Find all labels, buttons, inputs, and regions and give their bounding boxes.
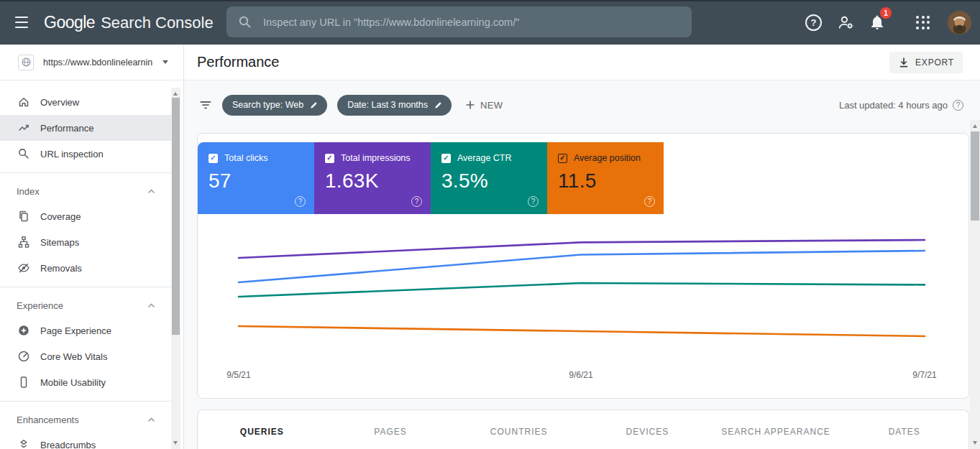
phone-icon [17,376,30,389]
home-icon [17,96,30,108]
section-label: Experience [17,300,63,311]
scrollbar-thumb[interactable] [172,98,180,335]
breadcrumbs-icon [17,438,30,449]
section-enhancements[interactable]: Enhancements [0,407,171,432]
sidebar-item-coverage[interactable]: Coverage [0,203,171,229]
sidebar-item-url-inspection[interactable]: URL inspection [0,141,171,167]
app-logo: Google Search Console [44,13,214,32]
x-axis-label: 9/7/21 [912,370,936,380]
section-index[interactable]: Index [0,179,171,203]
url-inspection-search-input[interactable]: Inspect any URL in "https://www.bdonline… [226,6,692,37]
scroll-up-arrow-icon[interactable] [173,92,178,96]
new-label: NEW [480,100,503,111]
section-label: Enhancements [17,415,79,425]
last-updated: Last updated: 4 hours ago ? [839,100,963,111]
chevron-down-icon [162,60,168,64]
sidebar-scrollbar[interactable] [171,88,180,449]
sidebar-item-label: Overview [40,97,79,108]
speedometer-icon [17,350,30,363]
page-header: Performance EXPORT [184,45,980,80]
performance-chart-card: ✓Total clicks 57 ? ✓Total impressions 1.… [197,133,969,399]
divider [0,172,171,173]
tab-devices[interactable]: DEVICES [583,427,712,437]
x-axis-label: 9/5/21 [226,370,250,380]
eye-off-icon [17,261,30,274]
tab-search-appearance[interactable]: SEARCH APPEARANCE [712,427,841,437]
page-title: Performance [197,54,280,70]
main-scrollbar[interactable] [970,120,980,449]
divider [0,401,171,402]
chevron-up-icon [147,189,155,194]
filter-bar: Search type: Web Date: Last 3 months NEW… [199,94,963,116]
magnifier-icon [17,147,30,160]
manage-accounts-button[interactable] [837,14,855,32]
help-icon[interactable]: ? [953,100,963,111]
user-settings-icon [837,14,855,32]
sitemap-icon [17,236,30,249]
scroll-up-arrow-icon[interactable] [973,124,977,128]
account-avatar[interactable] [948,11,971,34]
google-apps-button[interactable] [916,16,930,29]
avatar-photo [948,11,971,34]
sidebar-item-label: Coverage [40,211,81,222]
section-label: Index [17,186,40,197]
sidebar-item-label: Mobile Usability [40,377,106,388]
export-label: EXPORT [915,57,954,68]
sidebar-item-label: URL inspection [40,149,104,159]
sidebar-item-removals[interactable]: Removals [0,255,171,281]
download-icon [898,57,910,68]
filter-chip-date[interactable]: Date: Last 3 months [337,95,452,116]
sidebar-item-breadcrumbs[interactable]: Breadcrumbs [0,432,171,449]
plus-icon [465,100,475,110]
help-icon: ? [805,14,822,31]
sidebar-item-performance[interactable]: Performance [0,115,171,141]
line-chart[interactable] [198,134,968,378]
property-url: https://www.bdonlinelearning... [43,57,152,68]
logo-product: Search Console [101,14,214,32]
search-icon [238,15,252,29]
x-axis-label: 9/6/21 [569,370,592,380]
chip-label: Date: Last 3 months [347,100,428,110]
filter-icon[interactable] [199,98,212,111]
section-experience[interactable]: Experience [0,293,171,318]
main-content: Performance EXPORT Search type: Web Date… [184,45,980,449]
new-filter-button[interactable]: NEW [465,100,503,111]
dimensions-table-card: QUERIES PAGES COUNTRIES DEVICES SEARCH A… [197,409,969,449]
divider [0,287,171,287]
star-circle-icon [17,324,30,337]
filter-chip-search-type[interactable]: Search type: Web [222,95,327,116]
tab-countries[interactable]: COUNTRIES [454,427,583,437]
chevron-up-icon [147,417,155,422]
search-placeholder: Inspect any URL in "https://www.bdonline… [263,17,519,28]
sidebar-item-label: Page Experience [40,325,111,336]
export-button[interactable]: EXPORT [889,52,963,73]
apps-grid-icon [916,16,930,29]
sidebar-item-core-web-vitals[interactable]: Core Web Vitals [0,343,171,369]
chip-label: Search type: Web [232,100,303,110]
sidebar-item-label: Removals [40,263,82,274]
top-app-bar: Google Search Console Inspect any URL in… [0,0,980,45]
topbar-actions: ? 1 [805,0,971,45]
scroll-down-arrow-icon[interactable] [173,441,178,445]
tab-dates[interactable]: DATES [840,427,968,437]
notifications-button[interactable]: 1 [869,14,886,31]
sidebar-item-label: Sitemaps [40,237,79,248]
tab-queries[interactable]: QUERIES [198,427,326,437]
property-selector[interactable]: https://www.bdonlinelearning... [0,45,183,80]
sidebar-item-sitemaps[interactable]: Sitemaps [0,229,171,255]
tab-pages[interactable]: PAGES [326,427,455,437]
help-button[interactable]: ? [805,14,822,31]
scroll-down-arrow-icon[interactable] [973,441,977,445]
sidebar-item-label: Core Web Vitals [40,351,107,362]
pages-icon [17,210,30,223]
scrollbar-thumb[interactable] [971,131,979,221]
menu-button[interactable] [15,17,29,28]
sidebar-item-overview[interactable]: Overview [0,89,171,115]
sidebar-item-label: Performance [40,123,93,134]
trending-up-icon [17,121,30,134]
sidebar-item-mobile-usability[interactable]: Mobile Usability [0,369,171,395]
sidebar: https://www.bdonlinelearning... Overview… [0,45,184,449]
sidebar-item-label: Breadcrumbs [40,440,96,449]
sidebar-item-page-experience[interactable]: Page Experience [0,318,171,343]
sidebar-nav: Overview Performance URL inspection Inde… [0,80,183,449]
